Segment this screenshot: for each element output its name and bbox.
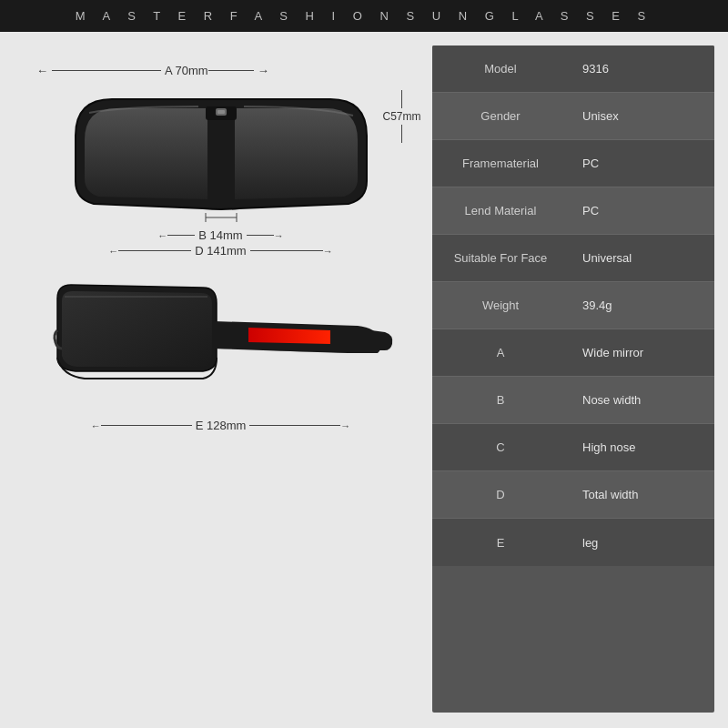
spec-label-5: Weight — [432, 291, 569, 319]
spec-value-3: PC — [569, 197, 714, 225]
spec-row-weight: Weight39.4g — [432, 282, 714, 329]
spec-value-5: 39.4g — [569, 291, 714, 319]
spec-label-0: Model — [432, 55, 569, 83]
spec-value-8: High nose — [569, 433, 714, 461]
spec-label-6: A — [432, 339, 569, 367]
left-panel: ← A 70mm → C57mm — [0, 32, 432, 726]
spec-row-c: CHigh nose — [432, 424, 714, 471]
spec-label-7: B — [432, 386, 569, 414]
brand-title: M A S T E R F A S H I O N S U N G L A S … — [76, 9, 652, 23]
spec-row-framematerial: FramematerialPC — [432, 140, 714, 187]
measure-d-label: D 141mm — [195, 244, 246, 258]
glasses-side-image — [48, 271, 394, 417]
spec-row-model: Model9316 — [432, 46, 714, 93]
spec-value-2: PC — [569, 149, 714, 177]
spec-value-4: Universal — [569, 244, 714, 272]
spec-row-lend-material: Lend MaterialPC — [432, 187, 714, 235]
measure-e-label: E 128mm — [196, 419, 247, 432]
spec-value-1: Unisex — [569, 102, 714, 130]
spec-value-7: Nose width — [569, 386, 714, 414]
spec-label-10: E — [432, 529, 569, 557]
svg-rect-2 — [217, 110, 225, 114]
measure-a-label: A 70mm — [165, 64, 208, 77]
spec-value-0: 9316 — [569, 55, 714, 83]
spec-row-b: BNose width — [432, 377, 714, 424]
spec-label-1: Gender — [432, 102, 569, 130]
spec-value-6: Wide mirror — [569, 339, 714, 367]
spec-row-suitable-for-face: Suitable For FaceUniversal — [432, 235, 714, 282]
spec-label-9: D — [432, 480, 569, 509]
measure-c-label: C57mm — [382, 110, 420, 123]
main-content: ← A 70mm → C57mm — [0, 32, 728, 726]
glasses-side-svg — [48, 271, 394, 417]
glasses-front-svg — [57, 81, 385, 227]
spec-value-9: Total width — [569, 480, 714, 509]
spec-label-3: Lend Material — [432, 197, 569, 225]
spec-label-4: Suitable For Face — [432, 244, 569, 272]
header-bar: M A S T E R F A S H I O N S U N G L A S … — [0, 0, 728, 32]
spec-row-a: AWide mirror — [432, 329, 714, 377]
spec-row-d: DTotal width — [432, 471, 714, 519]
glasses-front-image: C57mm — [57, 81, 385, 236]
spec-label-2: Framematerial — [432, 149, 569, 177]
spec-row-e: Eleg — [432, 519, 714, 566]
spec-label-8: C — [432, 433, 569, 461]
spec-row-gender: GenderUnisex — [432, 93, 714, 140]
specs-table: Model9316GenderUnisexFramematerialPCLend… — [432, 46, 714, 713]
spec-value-10: leg — [569, 529, 714, 557]
